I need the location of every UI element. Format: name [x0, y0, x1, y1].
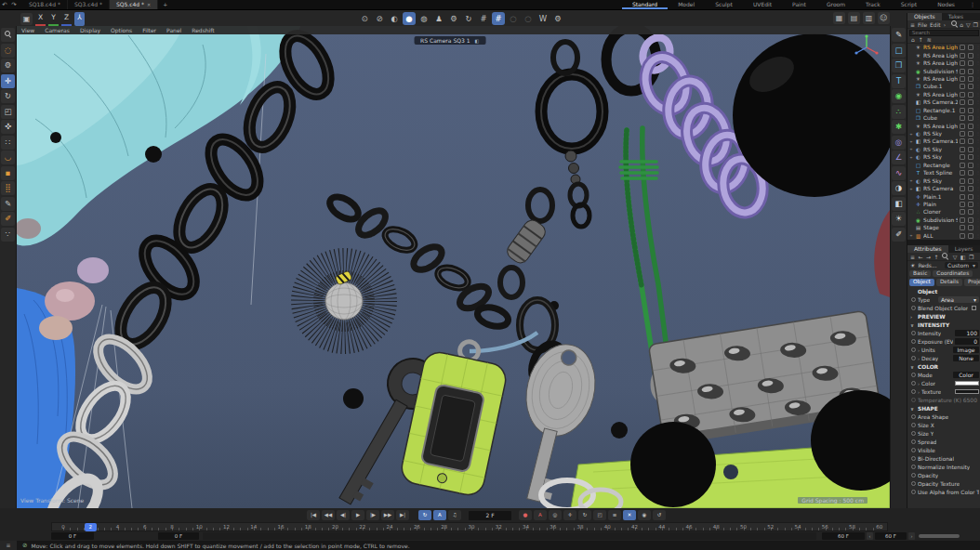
- visibility-toggle[interactable]: [960, 92, 965, 98]
- workplane-icon[interactable]: W: [536, 12, 550, 25]
- render-toggle[interactable]: [968, 178, 973, 184]
- viewport-solo-icon[interactable]: ▣: [20, 13, 33, 25]
- new-tab-button[interactable]: +: [158, 0, 172, 9]
- axis-x-button[interactable]: X: [35, 12, 46, 26]
- visibility-toggle[interactable]: [960, 99, 965, 105]
- expand-icon[interactable]: ›: [918, 347, 920, 353]
- visibility-toggle[interactable]: [960, 178, 965, 184]
- anim-dot[interactable]: [911, 331, 916, 335]
- attr-value-chip[interactable]: Image: [953, 347, 979, 353]
- light-icon[interactable]: ☀: [892, 212, 906, 226]
- render-toggle[interactable]: [968, 131, 973, 137]
- visibility-toggle[interactable]: [960, 60, 965, 66]
- visibility-toggle[interactable]: [960, 233, 965, 239]
- object-row[interactable]: +◧RS Camera.1⋮: [907, 138, 980, 145]
- render-toggle[interactable]: [968, 163, 973, 168]
- object-row[interactable]: □Rectangle⋮: [907, 162, 980, 169]
- file-tab[interactable]: SQ18.c4d *: [22, 0, 68, 9]
- axis-y-button[interactable]: Y: [48, 12, 59, 26]
- workspace-tab-paint[interactable]: Paint: [782, 0, 816, 9]
- workspace-tab-model[interactable]: Model: [668, 0, 705, 9]
- render-toggle[interactable]: [968, 92, 973, 98]
- chip-object[interactable]: Object: [909, 279, 934, 286]
- transform-tool[interactable]: ✜: [1, 120, 15, 134]
- visibility-toggle[interactable]: [960, 84, 965, 89]
- viewport-menu-panel[interactable]: Panel: [166, 27, 181, 33]
- viewport-menu-display[interactable]: Display: [80, 27, 100, 33]
- snap-settings-tool[interactable]: ∷: [1, 136, 15, 150]
- render-toggle[interactable]: [968, 170, 973, 176]
- attr-dropdown[interactable]: Area▾: [938, 296, 979, 304]
- goto-start-button[interactable]: |◀: [307, 510, 320, 520]
- object-row[interactable]: +◐RS Sky⋮: [907, 130, 980, 138]
- anim-dot[interactable]: [911, 473, 916, 478]
- chip-project[interactable]: Project: [964, 279, 980, 286]
- viewport-menu-filter[interactable]: Filter: [142, 27, 156, 33]
- range-start-field[interactable]: 0 F: [158, 532, 199, 540]
- chip-basic[interactable]: Basic: [909, 270, 931, 277]
- visibility-toggle[interactable]: [960, 202, 965, 207]
- keyframe-preset-alt-button[interactable]: ↺: [653, 510, 666, 520]
- anim-dot[interactable]: [911, 465, 916, 469]
- object-row[interactable]: ▤Stage⋮: [907, 224, 980, 231]
- expander-icon[interactable]: +: [909, 178, 913, 183]
- object-row[interactable]: ☀RS Area Light.1⋮: [907, 91, 980, 98]
- anim-dot[interactable]: [911, 389, 916, 394]
- spline-pen-icon[interactable]: ✎: [892, 28, 906, 42]
- workspace-tab-uvedit[interactable]: UVEdit: [743, 0, 782, 9]
- material-icon[interactable]: ✐: [892, 228, 906, 242]
- range-end-spin-field[interactable]: 60 F: [875, 532, 907, 540]
- record-pla-toggle[interactable]: ✕: [623, 510, 636, 520]
- render-toggle[interactable]: [968, 76, 973, 82]
- anim-dot[interactable]: [911, 448, 916, 452]
- model-mode-button[interactable]: ▪: [1, 166, 15, 180]
- section-color[interactable]: ∨COLOR: [907, 362, 980, 371]
- menu-edit[interactable]: Edit: [930, 21, 941, 28]
- picture-viewer-icon[interactable]: ▥: [863, 12, 875, 24]
- visibility-toggle[interactable]: [960, 131, 965, 137]
- mode-dropdown[interactable]: Custom ▾: [945, 262, 978, 268]
- render-toggle[interactable]: [968, 225, 973, 230]
- new-window-icon[interactable]: ❐: [969, 254, 973, 260]
- render-toggle[interactable]: [968, 69, 973, 74]
- prev-key-button[interactable]: ◀◀: [322, 510, 335, 520]
- section-shape[interactable]: ∨SHAPE: [907, 404, 980, 412]
- solo-mode-icon[interactable]: ●: [403, 12, 416, 25]
- expand-icon[interactable]: ›: [918, 381, 920, 386]
- solo-selected-icon[interactable]: ⊘: [373, 12, 386, 25]
- anim-dot[interactable]: [911, 347, 916, 352]
- loop-toggle[interactable]: ↻: [418, 510, 431, 520]
- attr-value-chip[interactable]: Color: [953, 372, 979, 378]
- render-toggle[interactable]: [968, 147, 973, 152]
- current-frame-field[interactable]: 0 F: [51, 532, 94, 540]
- expander-icon[interactable]: +: [909, 233, 913, 238]
- home-icon[interactable]: ⌂: [960, 21, 963, 28]
- object-row[interactable]: ✛Plain⋮: [907, 201, 980, 208]
- layout-window-icon[interactable]: ▦: [833, 12, 845, 24]
- render-toggle[interactable]: [968, 186, 973, 191]
- zoom-tool[interactable]: [1, 28, 15, 42]
- solo-off-icon[interactable]: ⊙: [358, 12, 371, 25]
- snap-icon[interactable]: #: [477, 12, 490, 25]
- tab-takes[interactable]: Takes: [942, 13, 970, 20]
- anim-dot[interactable]: [911, 381, 916, 386]
- subdivision-surface-icon[interactable]: ◉: [892, 89, 906, 103]
- history-forward-icon[interactable]: →: [926, 254, 931, 260]
- render-toggle[interactable]: [968, 233, 973, 239]
- dynamics-alt-icon[interactable]: ○: [522, 12, 535, 25]
- anim-dot[interactable]: [911, 306, 916, 310]
- prev-frame-button[interactable]: ◀|: [337, 510, 350, 520]
- object-row[interactable]: +◐RS Sky⋮: [907, 177, 980, 184]
- file-tab[interactable]: SQ3.c4d *: [68, 0, 110, 9]
- object-row[interactable]: ∴Cloner⋮: [907, 208, 980, 216]
- status-menu-icon[interactable]: ≡: [0, 541, 17, 550]
- render-toggle[interactable]: [968, 53, 973, 59]
- object-row[interactable]: ☀RS Area Light⋮: [907, 122, 980, 129]
- viewport-menu-redshift[interactable]: Redshift: [192, 27, 214, 33]
- collapse-icon[interactable]: ∨: [910, 406, 915, 412]
- deformer-icon[interactable]: ◎: [892, 136, 906, 150]
- visibility-toggle[interactable]: [960, 76, 965, 82]
- filter-icon[interactable]: ▽: [953, 254, 958, 260]
- timeline-ruler[interactable]: 0246810121416182022242628303234363840424…: [51, 522, 888, 531]
- expander-icon[interactable]: +: [909, 139, 913, 144]
